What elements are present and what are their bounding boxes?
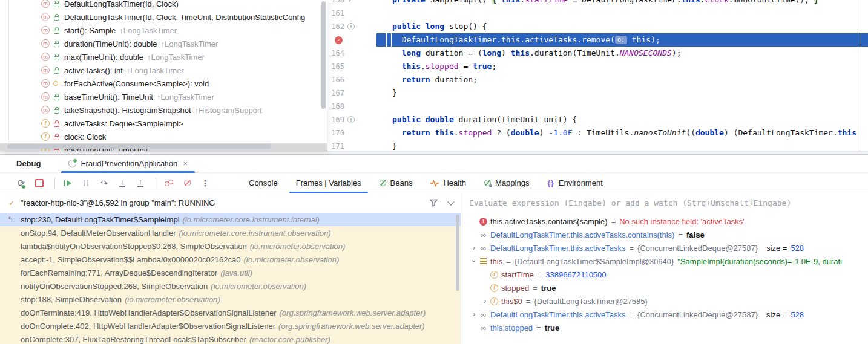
code-text: } xyxy=(392,86,397,100)
editor-right-margin-guide xyxy=(860,0,860,151)
variable-row[interactable]: startTime=33896672110500 xyxy=(461,268,868,281)
editor-line[interactable]: 168 xyxy=(327,100,868,113)
chevron-down-icon[interactable]: › xyxy=(470,257,478,265)
editor-line[interactable]: 164 long duration = (long) this.duration… xyxy=(327,47,868,60)
structure-item[interactable]: activeTasks: Deque<SampleImpl> xyxy=(0,117,327,130)
tab-frames-variables[interactable]: Frames | Variables xyxy=(287,173,370,193)
editor-line[interactable]: 162public long stop() { xyxy=(327,20,868,33)
pause-button[interactable] xyxy=(78,176,94,190)
stack-frame-row[interactable]: onStop:94, DefaultMeterObservationHandle… xyxy=(0,226,461,239)
variable-row[interactable]: ›this$0={DefaultLongTaskTimer@27585} xyxy=(461,294,868,308)
implements-method-icon[interactable] xyxy=(347,23,355,30)
filter-icon[interactable] xyxy=(430,199,438,207)
debug-session-tab[interactable]: FraudPreventionApplication × xyxy=(61,155,194,172)
structure-item[interactable]: max(TimeUnit): double↑LongTaskTimer xyxy=(0,50,327,63)
editor-line[interactable]: DefaultLongTaskTimer.this.activeTasks.re… xyxy=(327,33,868,47)
editor-line[interactable]: 166 return duration; xyxy=(327,73,868,86)
debug-tool-window: Debug FraudPreventionApplication × Conso… xyxy=(0,154,868,344)
variable-row[interactable]: this.stopped=true xyxy=(461,321,868,334)
structure-item[interactable]: clock: Clock xyxy=(0,130,327,143)
tab-environment[interactable]: Environment xyxy=(538,173,611,193)
thread-selector[interactable]: "reactor-http-nio-3"@16,592 in group "ma… xyxy=(0,193,461,213)
debugger-actions xyxy=(13,176,215,190)
rerun-button[interactable] xyxy=(13,176,29,190)
stack-frame-row[interactable]: stop:230, DefaultLongTaskTimer$SampleImp… xyxy=(0,213,461,226)
stack-frame-row[interactable]: notifyOnObservationStopped:268, SimpleOb… xyxy=(0,279,461,293)
structure-item[interactable]: baseTimeUnit(): TimeUnit↑LongTaskTimer xyxy=(0,90,327,103)
variable-row[interactable]: ›DefaultLongTaskTimer.this.activeTasks={… xyxy=(461,308,868,321)
chevron-right-icon[interactable]: › xyxy=(470,244,478,252)
tab-health[interactable]: Health xyxy=(421,173,475,193)
stack-frame-row[interactable]: stop:188, SimpleObservation(io.micromete… xyxy=(0,293,461,306)
stack-frame-row[interactable]: doOnTerminate:419, HttpWebHandlerAdapter… xyxy=(0,306,461,319)
more-button[interactable] xyxy=(197,176,213,190)
resume-button[interactable] xyxy=(60,176,76,190)
structure-item[interactable]: start(): Sample↑LongTaskTimer xyxy=(0,24,327,37)
visibility-public-icon xyxy=(53,53,61,60)
breakpoint-icon[interactable] xyxy=(335,36,343,44)
frames-scrollbar[interactable] xyxy=(456,215,459,291)
evaluate-expression-input[interactable]: Evaluate expression (Eingabe) or add a w… xyxy=(461,193,868,213)
variable-name: DefaultLongTaskTimer.this.activeTasks xyxy=(490,310,626,319)
structure-item[interactable]: duration(TimeUnit): double↑LongTaskTimer xyxy=(0,37,327,50)
variable-row[interactable]: stopped=true xyxy=(461,281,868,294)
view-breakpoints-button[interactable] xyxy=(161,176,177,190)
tab-label: Environment xyxy=(559,178,603,187)
structure-item[interactable]: forEachActive(Consumer<Sample>): void xyxy=(0,77,327,90)
tab-console[interactable]: Console xyxy=(240,173,287,193)
structure-vertical-scrollbar[interactable] xyxy=(321,1,326,109)
method-icon xyxy=(41,13,50,21)
stack-frame-row[interactable]: forEachRemaining:771, ArrayDeque$Descend… xyxy=(0,266,461,279)
stack-frame-row[interactable]: onComplete:307, FluxTapRestoringThreadLo… xyxy=(0,333,461,344)
health-icon xyxy=(430,180,439,187)
value-segment: 528 xyxy=(791,244,804,253)
frame-label: onStop:94, DefaultMeterObservationHandle… xyxy=(21,229,176,238)
editor-line[interactable]: 171} xyxy=(327,140,868,151)
structure-item[interactable]: DefaultLongTaskTimer(Id, Clock, TimeUnit… xyxy=(0,10,327,24)
variable-row[interactable]: DefaultLongTaskTimer.this.activeTasks.co… xyxy=(461,228,868,241)
tab-beans[interactable]: Beans xyxy=(370,173,422,193)
variable-name: DefaultLongTaskTimer.this.activeTasks.co… xyxy=(490,230,674,239)
variable-name: startTime xyxy=(501,270,534,279)
chevron-down-icon[interactable] xyxy=(447,198,454,205)
structure-horizontal-scrollbar[interactable] xyxy=(7,144,271,149)
step-into-button[interactable] xyxy=(114,176,130,190)
structure-item[interactable]: takeSnapshot(): HistogramSnapshot↑Histog… xyxy=(0,103,327,117)
visibility-package-icon xyxy=(53,81,61,86)
value-segment: = xyxy=(526,297,531,306)
tab-label: Mappings xyxy=(495,178,529,187)
line-number: 138 xyxy=(327,0,344,7)
step-over-button[interactable] xyxy=(96,176,112,190)
structure-item[interactable]: DefaultLongTaskTimer(Id, Clock) xyxy=(0,0,327,10)
editor-line[interactable]: 169public double duration(TimeUnit unit)… xyxy=(327,113,868,126)
structure-item[interactable]: activeTasks(): int↑LongTaskTimer xyxy=(0,63,327,77)
code-editor[interactable]: 138private SampleImpl() { this.startTime… xyxy=(327,0,868,151)
value-segment: false xyxy=(686,230,705,239)
stack-frame-row[interactable]: doOnComplete:402, HttpWebHandlerAdapter$… xyxy=(0,319,461,333)
frame-label: stop:188, SimpleObservation xyxy=(21,295,122,304)
editor-line[interactable]: 138private SampleImpl() { this.startTime… xyxy=(327,0,868,7)
stop-button[interactable] xyxy=(31,176,47,190)
close-icon[interactable]: × xyxy=(183,159,188,168)
stack-frame-row[interactable]: accept:-1, SimpleObservation$$Lambda/0x0… xyxy=(0,253,461,266)
variable-row[interactable]: ›DefaultLongTaskTimer.this.activeTasks={… xyxy=(461,241,868,255)
method-icon xyxy=(41,26,50,34)
mute-breakpoints-button[interactable] xyxy=(179,176,195,190)
watch-icon xyxy=(478,231,488,239)
variable-row[interactable]: ›this={DefaultLongTaskTimer$SampleImpl@3… xyxy=(461,255,868,268)
editor-line[interactable]: 165 this.stopped = true; xyxy=(327,60,868,73)
member-label: DefaultLongTaskTimer(Id, Clock) xyxy=(64,0,179,8)
step-out-button[interactable] xyxy=(133,176,148,190)
editor-line[interactable]: 161 xyxy=(327,7,868,20)
tab-mappings[interactable]: Mappings xyxy=(475,173,538,193)
chevron-right-icon[interactable]: › xyxy=(470,310,478,319)
visibility-private-icon xyxy=(53,120,61,127)
variable-row[interactable]: this.activeTasks.contains(sample)=No suc… xyxy=(461,215,868,228)
member-label: activeTasks: Deque<SampleImpl> xyxy=(64,119,183,128)
implements-method-icon[interactable] xyxy=(347,116,355,123)
stack-frame-row[interactable]: lambda$notifyOnObservationStopped$0:268,… xyxy=(0,239,461,253)
chevron-right-icon[interactable]: › xyxy=(481,297,489,305)
fold-arrow-icon[interactable] xyxy=(347,0,352,4)
editor-line[interactable]: 167} xyxy=(327,86,868,100)
editor-line[interactable]: 170 return this.stopped ? (double) -1.0F… xyxy=(327,126,868,140)
